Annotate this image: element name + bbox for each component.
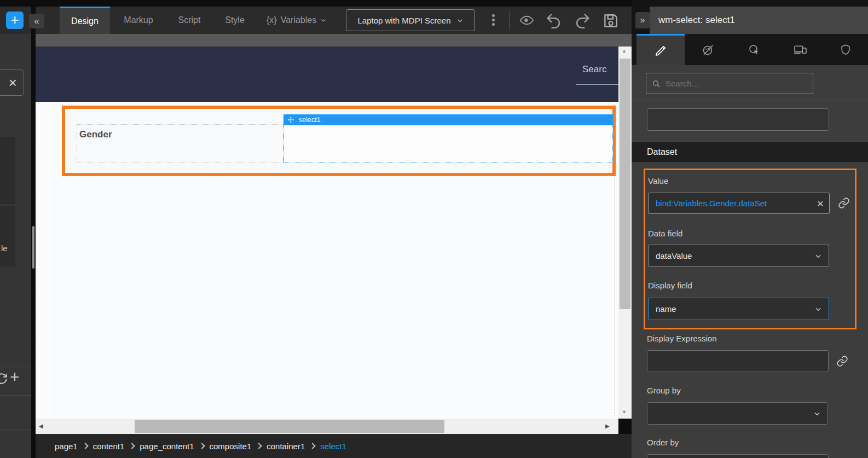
page-header-navy: Searc: [36, 47, 618, 102]
expand-panel-button[interactable]: »: [635, 12, 650, 28]
chevron-right-icon: [199, 443, 205, 449]
tab-devices[interactable]: [777, 34, 823, 65]
canvas-horizontal-scrollbar[interactable]: ◀ ▶: [36, 419, 618, 434]
chevron-right-icon: [129, 443, 135, 449]
sidebar-divider: [0, 395, 31, 396]
palette-icon: [702, 43, 715, 56]
selected-widget-label: select1: [299, 116, 321, 124]
save-icon: [602, 12, 620, 30]
chevron-down-icon: [814, 305, 822, 313]
scroll-right-icon[interactable]: ▶: [605, 423, 610, 429]
scroll-left-icon[interactable]: ◀: [39, 423, 43, 429]
data-field-value: dataValue: [656, 251, 692, 260]
gender-label-widget[interactable]: Gender: [77, 124, 283, 163]
bind-link-icon[interactable]: [838, 197, 850, 209]
tab-markup[interactable]: Markup: [117, 7, 160, 34]
sidebar-scrollbar-thumb[interactable]: [32, 226, 34, 269]
redo-button[interactable]: [574, 12, 591, 30]
group-by-label: Group by: [647, 386, 681, 395]
chevron-down-icon: [814, 252, 822, 260]
breadcrumb-item-content1[interactable]: content1: [93, 442, 125, 451]
breadcrumb-item-composite1[interactable]: composite1: [210, 442, 252, 451]
preview-button[interactable]: [518, 13, 536, 28]
selected-widget-header[interactable]: select1: [283, 114, 613, 125]
clear-binding-icon[interactable]: ×: [817, 198, 824, 209]
sidebar-gutter: [31, 7, 36, 458]
tab-script[interactable]: Script: [169, 7, 210, 34]
chevron-right-icon: [82, 443, 88, 449]
tab-properties[interactable]: [636, 34, 685, 65]
unnamed-input[interactable]: [647, 108, 829, 131]
devices-icon: [794, 43, 807, 56]
dataset-section-header[interactable]: Dataset: [632, 142, 868, 162]
close-button[interactable]: ×: [0, 69, 24, 96]
tab-style[interactable]: Style: [216, 7, 254, 34]
search-input[interactable]: [666, 79, 797, 88]
plus-icon: +: [10, 13, 19, 27]
property-search-box[interactable]: [646, 73, 813, 94]
device-selector[interactable]: Laptop with MDPI Screen: [346, 9, 475, 31]
variables-icon: {x}: [267, 15, 277, 25]
breadcrumb-item-container1[interactable]: container1: [267, 442, 305, 451]
chevron-right-icon: [310, 443, 316, 449]
page-nav-link[interactable]: Searc: [582, 64, 606, 75]
shield-icon: [840, 44, 852, 56]
inspector-header: wm-select: select1: [650, 7, 868, 34]
horizontal-scrollbar-thumb[interactable]: [135, 420, 444, 433]
sidebar-divider: [0, 66, 31, 66]
display-field-select[interactable]: name: [648, 298, 829, 320]
wavemaker-studio: × le + + « Design Markup Script Style {x: [0, 0, 868, 458]
sidebar-divider: [0, 430, 31, 430]
highlighted-container[interactable]: Gender select1: [62, 106, 616, 176]
device-selector-value: Laptop with MDPI Screen: [357, 16, 450, 25]
layout-guide: [37, 104, 37, 416]
search-icon: [652, 79, 661, 88]
inspector-tab-row: [632, 34, 868, 65]
add-widget-icon[interactable]: +: [10, 368, 20, 386]
value-binding-input[interactable]: bind:Variables.Gender.dataSet ×: [648, 193, 830, 214]
scroll-down-icon[interactable]: ▼: [622, 409, 627, 415]
canvas-gray-strip: [36, 34, 632, 47]
order-by-label: Order by: [647, 438, 679, 447]
truncated-item-label: le: [1, 244, 8, 253]
sidebar-divider: [0, 367, 31, 367]
canvas-vertical-scrollbar[interactable]: ▲ ▼: [618, 47, 632, 419]
canvas-page-area[interactable]: Gender select1: [36, 102, 618, 419]
undo-button[interactable]: [545, 12, 563, 30]
variables-menu[interactable]: {x} Variables: [267, 7, 327, 34]
tab-design-label: Design: [71, 16, 99, 26]
toolbar-divider: [509, 11, 510, 30]
chevron-down-icon: [456, 17, 464, 24]
breadcrumb-item-page-content1[interactable]: page_content1: [140, 442, 194, 451]
refresh-icon[interactable]: [0, 371, 9, 385]
breadcrumb-item-select1[interactable]: select1: [320, 442, 346, 451]
sidebar-panel-item[interactable]: le: [0, 206, 15, 266]
select-widget-body[interactable]: [283, 125, 613, 163]
tab-security[interactable]: [823, 34, 868, 65]
value-label: Value: [648, 176, 668, 185]
save-button[interactable]: [602, 12, 620, 30]
group-by-select[interactable]: [647, 402, 828, 425]
panel-divider: [632, 100, 868, 100]
more-options-button[interactable]: [489, 13, 497, 29]
layout-guide: [55, 104, 55, 416]
collapse-sidebar-button[interactable]: «: [29, 14, 44, 28]
breadcrumb-item-page1[interactable]: page1: [55, 442, 78, 451]
tab-events[interactable]: [731, 34, 777, 65]
chevron-right-icon: [256, 443, 262, 449]
tab-script-label: Script: [178, 15, 201, 25]
display-expression-input[interactable]: [647, 350, 829, 372]
left-sidebar: × le +: [0, 7, 31, 458]
tab-design[interactable]: Design: [60, 7, 110, 34]
bind-link-icon[interactable]: [836, 355, 848, 367]
add-button[interactable]: +: [6, 11, 24, 29]
inspector-title: wm-select: select1: [658, 15, 735, 26]
order-by-input[interactable]: [647, 454, 829, 458]
tab-styles[interactable]: [685, 34, 731, 65]
data-field-label: Data field: [648, 229, 682, 238]
data-field-select[interactable]: dataValue: [648, 245, 829, 267]
sidebar-panel-item[interactable]: [0, 137, 15, 204]
scroll-up-icon[interactable]: ▲: [622, 48, 627, 54]
dataset-highlight-box: Value bind:Variables.Gender.dataSet × Da…: [644, 169, 857, 329]
vertical-scrollbar-thumb[interactable]: [620, 59, 630, 309]
